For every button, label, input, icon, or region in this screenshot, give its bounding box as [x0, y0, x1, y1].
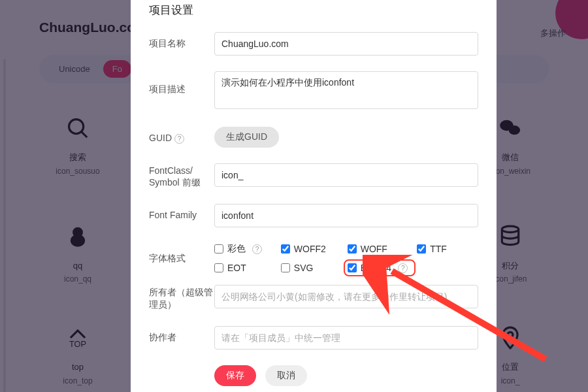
help-icon[interactable]: ?	[398, 263, 408, 273]
format-base64-highlight: Base64 ?	[344, 259, 416, 276]
help-icon[interactable]: ?	[252, 244, 262, 254]
collaborator-label: 协作者	[149, 326, 214, 343]
font-format-label: 字体格式	[149, 243, 214, 264]
modal-footer: 保存 取消	[214, 365, 478, 386]
project-desc-input[interactable]: 演示如何在小程序中使用iconfont	[214, 71, 478, 109]
guid-label: GUID?	[149, 127, 214, 144]
format-woff-checkbox[interactable]	[348, 244, 357, 253]
modal-title: 项目设置	[149, 0, 478, 18]
project-settings-modal: 项目设置 项目名称 项目描述 演示如何在小程序中使用iconfont GUID?…	[131, 0, 497, 392]
format-color-checkbox[interactable]	[214, 244, 223, 253]
cancel-button[interactable]: 取消	[265, 365, 307, 386]
font-family-input[interactable]	[214, 204, 478, 227]
project-name-label: 项目名称	[149, 32, 214, 49]
format-ttf-checkbox[interactable]	[417, 244, 426, 253]
format-svg-checkbox[interactable]	[281, 263, 290, 272]
font-format-options: 彩色 ? WOFF2 WOFF TTF EOT	[214, 243, 478, 273]
owner-label: 所有者（超级管理员）	[149, 285, 214, 310]
format-base64-checkbox[interactable]	[348, 263, 357, 272]
help-icon[interactable]: ?	[174, 134, 184, 144]
project-desc-label: 项目描述	[149, 71, 214, 95]
format-woff[interactable]: WOFF	[348, 243, 412, 255]
format-ttf[interactable]: TTF	[417, 243, 478, 255]
owner-input	[214, 285, 478, 308]
format-svg[interactable]: SVG	[281, 263, 342, 273]
prefix-input[interactable]	[214, 163, 478, 187]
collaborator-input	[214, 326, 478, 350]
format-woff2[interactable]: WOFF2	[281, 243, 342, 255]
save-button[interactable]: 保存	[214, 365, 256, 386]
generate-guid-button[interactable]: 生成GUID	[214, 127, 279, 148]
format-color[interactable]: 彩色 ?	[214, 243, 276, 255]
prefix-label: FontClass/ Symbol 前缀	[149, 163, 214, 188]
format-base64[interactable]: Base64 ?	[348, 263, 408, 273]
project-name-input[interactable]	[214, 32, 478, 56]
format-eot-checkbox[interactable]	[214, 263, 223, 272]
font-family-label: Font Family	[149, 204, 214, 221]
format-woff2-checkbox[interactable]	[281, 244, 290, 253]
format-eot[interactable]: EOT	[214, 263, 276, 273]
